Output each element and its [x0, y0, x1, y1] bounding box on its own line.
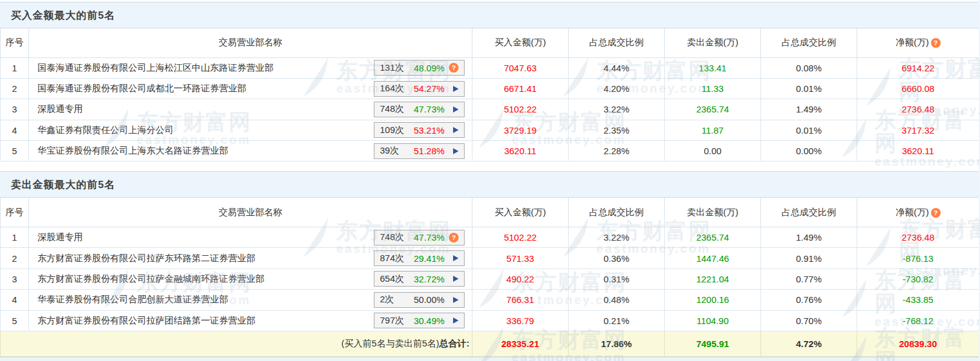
row-name-cell: 东方财富证券股份有限公司拉萨团结路第一证券营业部797次30.49% [29, 310, 472, 331]
net-amount: -876.13 [857, 248, 979, 268]
row-name-cell: 国泰海通证券股份有限公司成都北一环路证券营业部164次54.27% [29, 78, 472, 99]
table-row: 4华泰证券股份有限公司合肥创新大道证券营业部2次50.00%766.310.48… [1, 290, 979, 310]
sell-amount: 133.41 [665, 57, 761, 78]
buy-amount: 3620.11 [472, 141, 569, 161]
appearance-count: 748次 [380, 232, 414, 243]
col-header-sell-pct: 占总成交比例 [761, 28, 857, 57]
grand-total-row: (买入前5名与卖出前5名)总合计: 28335.21 17.86% 7495.9… [1, 331, 979, 356]
row-seq: 3 [1, 99, 29, 120]
col-header-buy-pct: 占总成交比例 [569, 198, 665, 227]
sell-top5-title-bar: 卖出金额最大的前5名 [0, 171, 980, 198]
seat-history-badge[interactable]: 654次32.72% [374, 271, 465, 287]
buy-pct: 3.22% [569, 227, 665, 247]
buy-amount: 336.79 [472, 310, 569, 331]
help-icon[interactable]: ? [449, 63, 459, 73]
sell-top5-table: 序号 交易营业部名称 买入金额(万) 占总成交比例 卖出金额(万) 占总成交比例… [0, 198, 979, 356]
row-seq: 3 [1, 268, 29, 289]
expand-arrow-icon[interactable] [453, 127, 459, 133]
col-header-sell-pct: 占总成交比例 [761, 198, 857, 227]
branch-name: 华鑫证券有限责任公司上海分公司 [38, 125, 174, 136]
sell-amount: 2365.74 [665, 227, 761, 247]
col-header-buy: 买入金额(万) [472, 28, 569, 57]
sell-amount: 1221.04 [665, 268, 761, 289]
expand-arrow-icon[interactable] [453, 297, 459, 303]
expand-arrow-icon[interactable] [453, 148, 459, 154]
row-name-cell: 华宝证券股份有限公司上海东大名路证券营业部39次51.28% [29, 141, 472, 161]
total-buy-pct: 17.86% [569, 331, 665, 356]
expand-arrow-icon[interactable] [453, 276, 459, 282]
expand-arrow-icon[interactable] [453, 317, 459, 324]
branch-name: 深股通专用 [38, 232, 83, 243]
seat-history-badge[interactable]: 109次53.21% [374, 122, 465, 138]
broker-seat-ranking-page: 买入金额最大的前5名 序号 交易营业部名称 买入金额(万) 占总成交比例 卖出金… [0, 0, 980, 361]
col-header-buy-pct: 占总成交比例 [569, 28, 665, 57]
buy-amount: 571.33 [472, 248, 569, 268]
branch-name: 东方财富证券股份有限公司拉萨金融城南环路证券营业部 [38, 273, 264, 285]
col-header-seq: 序号 [1, 198, 29, 227]
appearance-count: 797次 [380, 315, 414, 327]
buy-pct: 0.31% [569, 268, 665, 289]
row-seq: 4 [1, 120, 29, 140]
seat-history-badge[interactable]: 39次51.28% [374, 143, 465, 159]
seat-history-badge[interactable]: 748次47.73%? [374, 230, 465, 246]
row-name-cell: 国泰海通证券股份有限公司上海松江区中山东路证券营业部131次48.09%? [29, 57, 472, 78]
expand-arrow-icon[interactable] [453, 106, 459, 112]
branch-name: 华宝证券股份有限公司上海东大名路证券营业部 [38, 145, 228, 157]
row-name-cell: 华鑫证券有限责任公司上海分公司109次53.21% [29, 120, 472, 140]
success-rate: 54.27% [414, 83, 453, 94]
net-header-label: 净额(万) [896, 37, 929, 47]
table-row: 1国泰海通证券股份有限公司上海松江区中山东路证券营业部131次48.09%?70… [1, 57, 979, 78]
sell-pct: 1.49% [761, 227, 857, 247]
help-icon[interactable]: ? [931, 38, 941, 48]
expand-arrow-icon[interactable] [453, 255, 459, 261]
success-rate: 47.73% [414, 232, 449, 242]
branch-name: 国泰海通证券股份有限公司成都北一环路证券营业部 [38, 83, 246, 94]
expand-arrow-icon[interactable] [453, 86, 459, 92]
row-seq: 1 [1, 57, 29, 78]
table-row: 3东方财富证券股份有限公司拉萨金融城南环路证券营业部654次32.72%490.… [1, 268, 979, 289]
seat-history-badge[interactable]: 748次47.73% [374, 102, 465, 117]
seat-history-badge[interactable]: 131次48.09%? [374, 60, 465, 76]
col-header-sell: 卖出金额(万) [665, 198, 761, 227]
sell-pct: 0.00% [761, 141, 857, 161]
net-amount: 3620.11 [857, 141, 979, 161]
row-name-cell: 东方财富证券股份有限公司拉萨金融城南环路证券营业部654次32.72% [29, 268, 472, 289]
sell-pct: 0.91% [761, 248, 857, 268]
row-seq: 2 [1, 78, 29, 99]
net-amount: 2736.48 [857, 99, 979, 120]
row-name-cell: 东方财富证券股份有限公司拉萨东环路第二证券营业部874次29.41% [29, 248, 472, 268]
sell-top5-body: 1深股通专用748次47.73%?5102.223.22%2365.741.49… [1, 227, 979, 331]
sell-pct: 0.01% [761, 78, 857, 99]
buy-pct: 0.21% [569, 310, 665, 331]
sell-amount: 1104.90 [665, 310, 761, 331]
col-header-net: 净额(万)? [857, 198, 979, 227]
buy-top5-title: 买入金额最大的前5名 [11, 8, 115, 22]
buy-pct: 2.35% [569, 120, 665, 140]
sell-amount: 2365.74 [665, 99, 761, 120]
seat-history-badge[interactable]: 797次30.49% [374, 313, 465, 328]
appearance-count: 654次 [380, 273, 414, 285]
row-name-cell: 华泰证券股份有限公司合肥创新大道证券营业部2次50.00% [29, 290, 472, 310]
appearance-count: 131次 [380, 62, 414, 74]
seat-history-badge[interactable]: 2次50.00% [374, 292, 465, 308]
sell-pct: 0.76% [761, 290, 857, 310]
help-icon[interactable]: ? [449, 233, 459, 242]
col-header-name: 交易营业部名称 [29, 198, 472, 227]
total-net-value: 20839.30 [857, 331, 979, 356]
row-seq: 1 [1, 227, 29, 247]
total-label: (买入前5名与卖出前5名)总合计: [1, 331, 472, 356]
seat-history-badge[interactable]: 164次54.27% [374, 81, 465, 97]
buy-amount: 5102.22 [472, 227, 569, 247]
success-rate: 32.72% [414, 274, 453, 284]
help-icon[interactable]: ? [931, 208, 941, 218]
table-row: 2东方财富证券股份有限公司拉萨东环路第二证券营业部874次29.41%571.3… [1, 248, 979, 268]
success-rate: 29.41% [414, 253, 453, 264]
table-row: 2国泰海通证券股份有限公司成都北一环路证券营业部164次54.27%6671.4… [1, 78, 979, 99]
seat-history-badge[interactable]: 874次29.41% [374, 250, 465, 266]
table-row: 3深股通专用748次47.73%5102.223.22%2365.741.49%… [1, 99, 979, 120]
col-header-sell: 卖出金额(万) [665, 28, 761, 57]
appearance-count: 109次 [380, 125, 414, 136]
total-label-plain: (买入前5名与卖出前5名) [341, 338, 439, 348]
buy-pct: 3.22% [569, 99, 665, 120]
buy-pct: 0.36% [569, 248, 665, 268]
